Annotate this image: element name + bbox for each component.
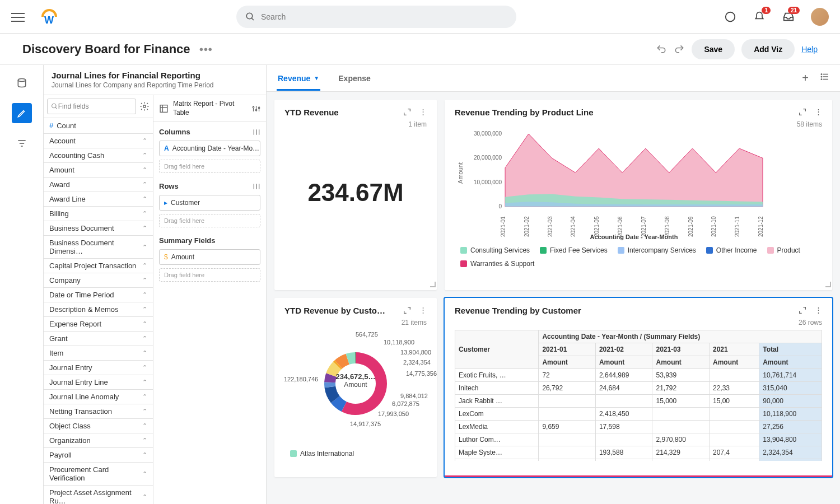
inbox-icon[interactable]: 21 xyxy=(782,10,795,24)
list-icon[interactable] xyxy=(820,72,830,82)
field-group[interactable]: Journal Entry⌃ xyxy=(44,361,153,375)
card-ytd-customer[interactable]: YTD Revenue by Custo… ⋮ 21 items 234,672… xyxy=(274,298,437,477)
rows-label: Rows xyxy=(159,182,179,190)
bell-icon[interactable]: 1 xyxy=(753,10,766,24)
card-trending-product[interactable]: Revenue Trending by Product Line ⋮ 58 it… xyxy=(445,100,832,290)
field-group[interactable]: Capital Project Transaction⌃ xyxy=(44,259,153,273)
field-group[interactable]: Billing⌃ xyxy=(44,207,153,221)
data-label: 564,725 xyxy=(356,331,378,338)
columns-chip[interactable]: AAccounting Date - Year-Mo… xyxy=(159,141,260,156)
drop-zone[interactable]: Drag field here xyxy=(159,214,260,227)
find-fields-input[interactable] xyxy=(47,99,136,114)
card-ytd-revenue[interactable]: YTD Revenue ⋮ 1 item 234.67M xyxy=(274,100,437,290)
card-title: YTD Revenue by Custo… xyxy=(284,306,385,315)
redo-icon[interactable] xyxy=(674,44,685,55)
card-title: Revenue Trending by Product Line xyxy=(455,108,594,117)
field-group[interactable]: Description & Memos⌃ xyxy=(44,302,153,317)
kebab-icon[interactable]: ⋮ xyxy=(815,306,822,315)
svg-text:2021-02: 2021-02 xyxy=(524,216,530,237)
dataset-subtitle: Journal Lines for Company and Reporting … xyxy=(52,81,258,89)
svg-point-2 xyxy=(726,12,735,21)
sliders-icon[interactable] xyxy=(252,104,260,113)
field-group[interactable]: Project Asset Assignment Ru…⌃ xyxy=(44,486,153,504)
menu-icon[interactable] xyxy=(11,10,25,24)
canvas: Revenue▼ Expense + YTD Revenue ⋮ 1 item … xyxy=(267,65,840,504)
drop-zone[interactable]: Drag field here xyxy=(159,268,260,282)
add-viz-button[interactable]: Add Viz xyxy=(741,39,795,59)
config-column: Matrix Report - Pivot Table Columns AAcc… xyxy=(153,95,266,504)
legend-item: Intercompany Services xyxy=(618,246,696,254)
resize-handle[interactable] xyxy=(825,282,831,287)
svg-line-8 xyxy=(55,108,57,109)
field-group[interactable]: Business Document Dimensi…⌃ xyxy=(44,236,153,259)
svg-line-1 xyxy=(251,18,254,20)
field-group[interactable]: Object Class⌃ xyxy=(44,419,153,433)
field-group[interactable]: Journal Entry Line⌃ xyxy=(44,375,153,390)
items-count: 58 items xyxy=(455,120,822,128)
svg-point-29 xyxy=(821,76,822,77)
search-input[interactable] xyxy=(261,12,507,21)
field-group[interactable]: Procurement Card Verification⌃ xyxy=(44,463,153,486)
sliders-icon[interactable] xyxy=(253,183,260,190)
top-bar: W 1 21 xyxy=(0,0,840,34)
sliders-icon[interactable] xyxy=(253,128,260,136)
tab-expense[interactable]: Expense xyxy=(337,66,372,91)
rows-chip[interactable]: ▸Customer xyxy=(159,195,260,211)
field-group[interactable]: Expense Report⌃ xyxy=(44,317,153,332)
svg-text:2021-10: 2021-10 xyxy=(711,216,717,237)
kebab-icon[interactable]: ⋮ xyxy=(419,108,427,116)
expand-icon[interactable] xyxy=(798,108,807,116)
field-group[interactable]: Journal Line Anomaly⌃ xyxy=(44,390,153,404)
fields-column: #Count Account⌃Accounting Cash⌃Amount⌃Aw… xyxy=(44,95,153,504)
kebab-icon[interactable]: ⋮ xyxy=(815,108,822,116)
filter-icon[interactable] xyxy=(12,133,32,153)
avatar[interactable] xyxy=(811,8,829,26)
expand-icon[interactable] xyxy=(403,108,412,116)
data-icon[interactable] xyxy=(12,73,32,93)
field-group[interactable]: Grant⌃ xyxy=(44,332,153,346)
field-group[interactable]: Award⌃ xyxy=(44,178,153,192)
field-group[interactable]: Netting Transaction⌃ xyxy=(44,404,153,419)
columns-label: Columns xyxy=(159,128,190,136)
field-group[interactable]: Business Document⌃ xyxy=(44,221,153,236)
count-field[interactable]: #Count xyxy=(44,118,153,134)
field-group[interactable]: Organization⌃ xyxy=(44,433,153,448)
card-trending-customer[interactable]: Revenue Trending by Customer ⋮ 26 rows C… xyxy=(445,298,832,477)
field-group[interactable]: Award Line⌃ xyxy=(44,192,153,207)
field-group[interactable]: Accounting Cash⌃ xyxy=(44,148,153,163)
svg-text:Amount: Amount xyxy=(457,162,464,184)
data-label: 14,917,375 xyxy=(350,421,381,427)
gear-icon[interactable] xyxy=(139,101,150,111)
edit-icon[interactable] xyxy=(12,103,32,123)
svg-point-0 xyxy=(246,13,253,19)
workday-logo[interactable]: W xyxy=(41,9,57,25)
field-group[interactable]: Company⌃ xyxy=(44,273,153,288)
expand-icon[interactable] xyxy=(403,306,412,315)
legend-item: Warranties & Support xyxy=(460,260,534,268)
data-label: 17,993,050 xyxy=(378,410,409,417)
more-icon[interactable]: ●●● xyxy=(199,45,213,53)
summary-chip[interactable]: $Amount xyxy=(159,249,260,265)
tab-revenue[interactable]: Revenue▼ xyxy=(277,66,320,91)
data-label: 122,180,746 xyxy=(284,376,318,382)
page-header: Discovery Board for Finance ●●● Save Add… xyxy=(0,34,840,65)
pivot-icon xyxy=(159,104,169,114)
data-label: 2,324,354 xyxy=(403,359,431,366)
notif-badge: 1 xyxy=(762,7,771,14)
kebab-icon[interactable]: ⋮ xyxy=(419,306,427,315)
resize-handle[interactable] xyxy=(430,282,436,287)
save-button[interactable]: Save xyxy=(692,39,735,59)
field-group[interactable]: Payroll⌃ xyxy=(44,448,153,463)
chat-icon[interactable] xyxy=(724,10,737,24)
global-search[interactable] xyxy=(236,6,516,28)
field-group[interactable]: Date or Time Period⌃ xyxy=(44,288,153,302)
field-group[interactable]: Amount⌃ xyxy=(44,163,153,178)
find-fields-text[interactable] xyxy=(58,102,132,110)
drop-zone[interactable]: Drag field here xyxy=(159,160,260,173)
undo-icon[interactable] xyxy=(656,44,667,55)
field-group[interactable]: Account⌃ xyxy=(44,134,153,148)
add-tab-icon[interactable]: + xyxy=(802,72,809,85)
field-group[interactable]: Item⌃ xyxy=(44,346,153,361)
expand-icon[interactable] xyxy=(798,306,807,315)
help-link[interactable]: Help xyxy=(801,45,818,54)
